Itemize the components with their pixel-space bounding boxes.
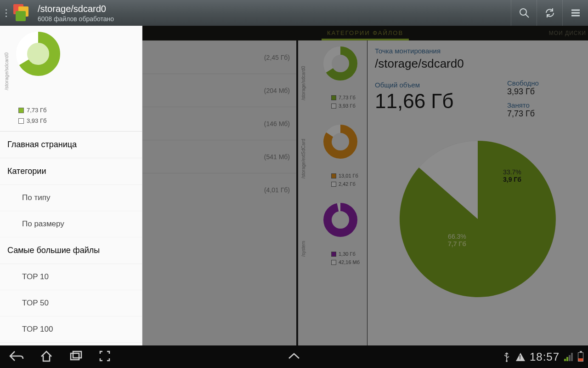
action-bar: /storage/sdcard0 6008 файлов обработано bbox=[0, 0, 588, 26]
list-item[interactable]: (541 Мб) bbox=[142, 140, 296, 173]
free-space-value: 3,93 Гб bbox=[507, 87, 581, 97]
menu-button[interactable] bbox=[562, 0, 588, 26]
search-button[interactable] bbox=[511, 0, 537, 26]
sidebar-item-largest-files[interactable]: Самые большие файлы bbox=[0, 237, 142, 264]
system-navigation-bar: 18:57 bbox=[0, 345, 588, 368]
tab-strip: КАТЕГОРИИ ФАЙЛОВ МОИ ДИСКИ bbox=[142, 26, 588, 40]
title-status: 6008 файлов обработано bbox=[38, 15, 511, 23]
tab-categories[interactable]: КАТЕГОРИИ ФАЙЛОВ bbox=[142, 26, 588, 40]
list-item[interactable]: (4,01 Гб) bbox=[142, 173, 296, 206]
navigation-drawer: /storage/sdcard0 7,73 Гб 3,93 Гб Главная… bbox=[0, 26, 142, 345]
total-size-value: 11,66 Гб bbox=[375, 90, 507, 113]
disk-donut-system[interactable]: /system 1,30 Гб 42,16 Мб bbox=[298, 197, 367, 275]
refresh-icon bbox=[544, 7, 556, 19]
usb-icon bbox=[502, 352, 511, 362]
recent-apps-button[interactable] bbox=[69, 350, 83, 364]
screenshot-icon bbox=[98, 350, 111, 362]
svg-point-10 bbox=[328, 207, 353, 233]
sidebar-item-by-type[interactable]: По типу bbox=[0, 185, 142, 211]
donut-chart-icon bbox=[322, 201, 359, 238]
status-clock: 18:57 bbox=[530, 351, 560, 363]
home-button[interactable] bbox=[40, 350, 53, 364]
free-space-label: Свободно bbox=[507, 79, 581, 87]
list-item[interactable]: (2,45 Гб) bbox=[142, 40, 296, 74]
signal-icon bbox=[564, 353, 573, 361]
disk-donut-sdcard0[interactable]: /storage/sdcard0 7,73 Гб 3,93 Гб bbox=[298, 40, 367, 119]
home-icon bbox=[40, 350, 53, 362]
disk-detail-panel: Точка монтирования /storage/sdcard0 Общи… bbox=[368, 40, 588, 345]
svg-point-17 bbox=[506, 360, 508, 362]
total-size-label: Общий объем bbox=[375, 81, 507, 89]
back-button[interactable] bbox=[8, 350, 24, 364]
warning-icon bbox=[516, 353, 525, 361]
drawer-handle-icon[interactable] bbox=[2, 0, 10, 26]
back-icon bbox=[8, 350, 24, 362]
sidebar-item-top100[interactable]: TOP 100 bbox=[0, 316, 142, 343]
pie-label-used: 66.3% 7,7 Гб bbox=[448, 233, 466, 247]
list-item[interactable]: (146 Мб) bbox=[142, 107, 296, 140]
usage-pie-chart: 33.7% 3,9 Гб 66.3% 7,7 Гб bbox=[395, 136, 560, 302]
sidebar-item-by-size[interactable]: По размеру bbox=[0, 211, 142, 237]
disk-donut-column: /storage/sdcard0 7,73 Гб 3,93 Гб /storag… bbox=[296, 40, 368, 345]
disk-donut-extsdcard[interactable]: /storage/extSdCard 13,01 Гб 2,42 Гб bbox=[298, 119, 367, 197]
tab-my-disks[interactable]: МОИ ДИСКИ bbox=[549, 26, 586, 40]
donut-chart-icon bbox=[322, 123, 359, 160]
mount-point-label: Точка монтирования bbox=[375, 47, 581, 55]
recent-apps-icon bbox=[69, 350, 83, 362]
app-logo-icon[interactable] bbox=[13, 4, 31, 22]
used-space-value: 7,73 Гб bbox=[507, 109, 581, 119]
donut-chart-icon bbox=[13, 29, 63, 79]
refresh-button[interactable] bbox=[537, 0, 562, 26]
sidebar-disk-summary[interactable]: /storage/sdcard0 7,73 Гб 3,93 Гб bbox=[0, 26, 142, 132]
mount-point-value: /storage/sdcard0 bbox=[375, 57, 581, 71]
search-icon bbox=[518, 7, 530, 19]
svg-line-1 bbox=[526, 14, 529, 17]
battery-icon bbox=[578, 352, 583, 362]
sidebar-item-top50[interactable]: TOP 50 bbox=[0, 290, 142, 316]
sidebar-item-home[interactable]: Главная страница bbox=[0, 132, 142, 158]
sidebar-item-categories[interactable]: Категории bbox=[0, 158, 142, 185]
menu-icon bbox=[570, 7, 582, 19]
pie-label-free: 33.7% 3,9 Гб bbox=[503, 168, 521, 183]
category-size-list: (2,45 Гб) (204 Мб) (146 Мб) (541 Мб) (4,… bbox=[142, 40, 296, 345]
sidebar-item-top10[interactable]: TOP 10 bbox=[0, 264, 142, 290]
svg-rect-15 bbox=[71, 353, 79, 360]
title-path: /storage/sdcard0 bbox=[38, 4, 511, 14]
svg-rect-16 bbox=[73, 351, 81, 358]
screenshot-button[interactable] bbox=[98, 350, 111, 364]
used-space-label: Занято bbox=[507, 101, 581, 109]
list-item[interactable]: (204 Мб) bbox=[142, 74, 296, 107]
donut-chart-icon bbox=[322, 45, 359, 82]
svg-point-0 bbox=[520, 9, 526, 15]
expand-handle[interactable] bbox=[287, 352, 301, 362]
